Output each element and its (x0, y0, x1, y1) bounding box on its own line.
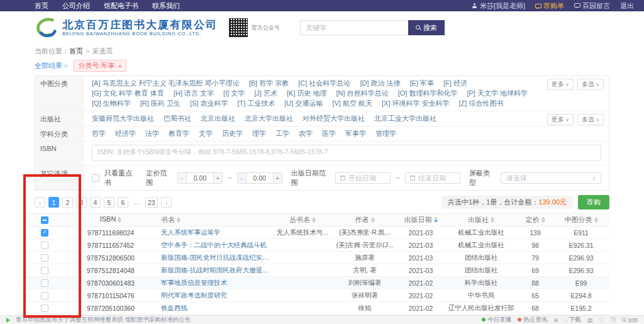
header-series[interactable]: 丛书名 (272, 215, 333, 225)
publisher-option[interactable]: 北京大学出版社 (245, 114, 293, 123)
clc-option[interactable]: [S] 农业科学 (190, 99, 228, 108)
publisher-option[interactable]: 北京出版社 (201, 114, 235, 123)
row-checkbox[interactable] (41, 304, 48, 312)
clc-option[interactable]: [C] 社会科学总论 (298, 79, 350, 88)
page-button[interactable]: 4 (90, 197, 101, 208)
prev-page-button[interactable]: ‹ (35, 197, 45, 208)
clc-option[interactable]: [G] 文化 科学 教育 体育 (92, 89, 164, 98)
price-max-plus-button[interactable]: + (273, 173, 282, 183)
book-title-link[interactable]: 新版国殇-抗战时期国民政府大撤退秘录第六部1-5 (161, 266, 272, 274)
key-books-checkbox[interactable] (92, 174, 99, 182)
price-min-plus-button[interactable]: + (213, 173, 222, 183)
page-button[interactable]: 23 (145, 197, 158, 208)
clc-option[interactable]: [R] 医药 卫生 (140, 99, 180, 108)
clc-multi-button[interactable]: 多选 (577, 79, 604, 90)
clc-option[interactable]: [B] 哲学 宗教 (249, 79, 289, 88)
subject-option[interactable]: 教育学 (169, 129, 189, 138)
notice-ticker[interactable]: 青岛华熙图发布关于调整互联网维整系统 馆配图书采购标准的公告 (6, 316, 191, 324)
book-title-link[interactable]: 无人系统军事运筹学 (161, 228, 221, 236)
header-clc[interactable]: 中图分类 (553, 215, 609, 225)
subject-option[interactable]: 历史学 (222, 129, 243, 138)
clc-option[interactable]: [A] 马克思主义 列宁主义 毛泽东思想 邓小平理论 (92, 79, 240, 88)
clc-option[interactable]: [Q] 生物科学 (92, 99, 131, 108)
clc-option[interactable]: [N] 自然科学总论 (336, 89, 389, 98)
header-date[interactable]: 出版日期 (397, 215, 445, 225)
clc-option[interactable]: [J] 艺术 (254, 89, 277, 98)
breadcrumb-home[interactable]: 首页 (69, 47, 83, 55)
clc-option[interactable]: [P] 天文学 地球科学 (467, 89, 528, 98)
row-checkbox[interactable] (41, 229, 48, 237)
book-title-link[interactable]: 空中杀手：二战中的十大经典战斗机 (161, 241, 267, 249)
price-max-input[interactable] (247, 173, 273, 183)
clc-option[interactable]: [H] 语言 文字 (174, 89, 214, 98)
price-max-minus-button[interactable]: - (238, 173, 247, 183)
clc-option[interactable]: [V] 航空 航天 (332, 99, 372, 108)
book-title-link[interactable]: 新版国殇-国民党对日抗战谍战纪实第四部1-8 (161, 254, 272, 261)
search-button[interactable]: 搜索 (408, 20, 445, 35)
subject-option[interactable]: 哲学 (92, 129, 106, 138)
message-board[interactable]: 百园留言 (574, 1, 610, 11)
zoom-control[interactable]: 100 (622, 316, 638, 323)
publisher-option[interactable]: 对外经贸大学出版社 (303, 114, 365, 123)
all-results-link[interactable]: 全部结果> (35, 61, 67, 70)
clc-option[interactable]: [F] 经济 (443, 79, 467, 88)
row-checkbox[interactable] (41, 254, 48, 262)
header-isbn[interactable]: ISBN (64, 215, 157, 225)
clc-option[interactable]: [U] 交通运输 (284, 99, 323, 108)
user-account[interactable]: 米莎[我是老师] (472, 1, 525, 11)
subject-option[interactable]: 理学 (252, 129, 266, 138)
hot-news-item[interactable]: 热点资讯 (518, 316, 547, 324)
book-title-link[interactable]: 明代军政考选制度研究 (161, 291, 227, 299)
subject-option[interactable]: 医学 (322, 129, 336, 138)
subject-option[interactable]: 工学 (275, 129, 289, 138)
recommend-cart[interactable]: 荐购单 (535, 1, 564, 11)
subject-option[interactable]: 军事学 (345, 129, 366, 138)
next-page-button[interactable]: › (161, 197, 172, 208)
publisher-multi-button[interactable]: 多选 (577, 114, 604, 125)
clc-option[interactable]: [I] 文学 (223, 89, 245, 98)
download-item[interactable]: ↓ 下载 (565, 316, 581, 324)
page-button[interactable]: ... (131, 197, 142, 208)
clc-option[interactable]: [O] 数理科学和化学 (398, 89, 458, 98)
logout-button[interactable]: 退出 (620, 1, 634, 11)
subject-option[interactable]: 经济学 (115, 129, 136, 138)
filter-tag-close-icon[interactable]: × (118, 62, 122, 70)
price-min-minus-button[interactable]: - (178, 173, 187, 183)
search-input[interactable] (300, 20, 408, 35)
price-min-input[interactable] (187, 173, 213, 183)
book-title-link[interactable]: 铁血西线 (161, 304, 187, 311)
top-menu-item[interactable]: 联系我们 (152, 1, 180, 11)
date-end-picker[interactable]: 结束日期 (405, 172, 460, 184)
clc-option[interactable]: [Z] 综合性图书 (459, 99, 504, 108)
row-checkbox[interactable] (41, 279, 48, 287)
isbn-input[interactable] (92, 145, 601, 161)
publisher-option[interactable]: 北京工业大学出版社 (374, 114, 436, 123)
row-checkbox[interactable] (41, 242, 48, 249)
top-menu-item[interactable]: 馆配电子书 (104, 1, 138, 11)
select-all-checkbox[interactable] (41, 216, 48, 224)
window-icon[interactable]: ❐ (610, 317, 615, 323)
subject-option[interactable]: 法学 (145, 129, 159, 138)
subject-option[interactable]: 文学 (199, 129, 213, 138)
page-button[interactable]: 2 (62, 197, 73, 208)
book-title-link[interactable]: 军事地质信息管理技术 (161, 279, 227, 286)
clc-option[interactable]: [T] 工业技术 (237, 99, 275, 108)
header-publisher[interactable]: 出版社 (445, 215, 518, 225)
clc-option[interactable]: [X] 环境科学 安全科学 (382, 99, 450, 108)
publisher-option[interactable]: 巴蜀书社 (164, 114, 191, 123)
clc-option[interactable]: [D] 政治 法律 (360, 79, 400, 88)
page-button[interactable]: 1 (48, 197, 59, 208)
header-title[interactable]: 书名 (157, 215, 272, 225)
publisher-option[interactable]: 安徽师范大学出版社 (92, 114, 154, 123)
site-logo[interactable]: 北京百万庄图书大厦有限公司 BEIJING BAIWANZHUANG BOOK … (35, 17, 218, 38)
page-button[interactable]: 6 (118, 197, 128, 208)
subject-option[interactable]: 农学 (299, 129, 313, 138)
heart-icon[interactable]: ♡ (599, 317, 604, 323)
row-checkbox[interactable] (41, 267, 48, 274)
grid-icon[interactable]: ▤ (587, 317, 593, 323)
clc-option[interactable]: [E] 军事 (410, 79, 435, 88)
page-button[interactable]: 5 (104, 197, 114, 208)
header-price[interactable]: 定价 (518, 215, 553, 225)
block-type-select[interactable]: 请选择 (501, 172, 601, 184)
top-menu-item[interactable]: 公司介绍 (62, 1, 90, 11)
